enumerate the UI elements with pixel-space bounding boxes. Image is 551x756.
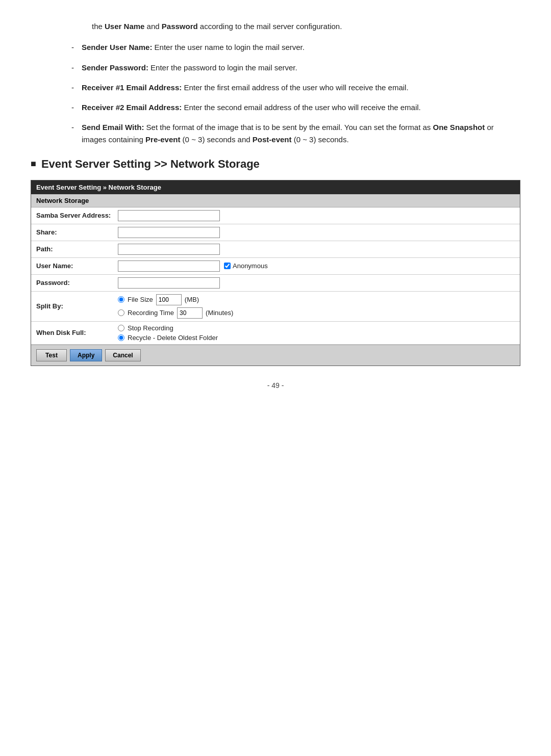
when-disk-full-content: Stop Recording Recycle - Delete Oldest F… <box>118 324 515 342</box>
page-number: - 49 - <box>31 381 520 389</box>
share-row: Share: <box>31 224 520 241</box>
split-by-label: Split By: <box>36 302 118 310</box>
file-size-row: File Size (MB) <box>118 294 233 305</box>
when-disk-full-row: When Disk Full: Stop Recording Recycle -… <box>31 322 520 345</box>
bullet-list: Sender User Name: Enter the user name to… <box>71 41 520 145</box>
path-label: Path: <box>36 245 118 253</box>
panel-section-header: Network Storage <box>31 194 520 207</box>
bullet-receiver2-email: Receiver #2 Email Address: Enter the sec… <box>71 101 520 113</box>
path-content <box>118 244 515 255</box>
share-input[interactable] <box>118 227 220 238</box>
file-size-radio[interactable] <box>118 296 124 303</box>
username-label: User Name: <box>36 262 118 270</box>
path-input[interactable] <box>118 244 220 255</box>
apply-button[interactable]: Apply <box>70 349 102 361</box>
username-content: Anonymous <box>118 260 515 272</box>
password-row: Password: <box>31 275 520 292</box>
share-label: Share: <box>36 228 118 236</box>
recording-time-radio[interactable] <box>118 309 124 316</box>
recycle-radio[interactable] <box>118 334 124 341</box>
path-row: Path: <box>31 241 520 258</box>
when-disk-full-label: When Disk Full: <box>36 329 118 336</box>
recording-time-row: Recording Time (Minutes) <box>118 307 233 319</box>
recycle-label: Recycle - Delete Oldest Folder <box>128 334 218 342</box>
username-row: User Name: Anonymous <box>31 258 520 275</box>
recording-time-unit: (Minutes) <box>206 309 233 317</box>
file-size-input[interactable] <box>156 294 182 305</box>
stop-recording-radio[interactable] <box>118 325 124 331</box>
section-heading: Event Server Setting >> Network Storage <box>31 158 520 171</box>
samba-server-input[interactable] <box>118 210 220 221</box>
split-by-content: File Size (MB) Recording Time (Minutes) <box>118 294 515 319</box>
when-disk-block: Stop Recording Recycle - Delete Oldest F… <box>118 324 218 342</box>
bullet-sender-username: Sender User Name: Enter the user name to… <box>71 41 520 53</box>
recycle-row: Recycle - Delete Oldest Folder <box>118 334 218 342</box>
stop-recording-label: Stop Recording <box>128 324 173 332</box>
recording-time-input[interactable] <box>177 307 203 319</box>
intro-paragraph: the User Name and Password according to … <box>92 20 520 32</box>
bullet-sender-password: Sender Password: Enter the password to l… <box>71 62 520 73</box>
password-content <box>118 277 515 289</box>
password-label: Password: <box>36 279 118 286</box>
panel-title-bar: Event Server Setting » Network Storage <box>31 180 520 194</box>
password-input[interactable] <box>118 277 220 289</box>
stop-recording-row: Stop Recording <box>118 324 218 332</box>
panel-footer: Test Apply Cancel <box>31 345 520 366</box>
cancel-button[interactable]: Cancel <box>105 349 140 361</box>
file-size-unit: (MB) <box>185 296 199 303</box>
samba-server-content <box>118 210 515 221</box>
bullet-receiver1-email: Receiver #1 Email Address: Enter the fir… <box>71 82 520 93</box>
share-content <box>118 227 515 238</box>
test-button[interactable]: Test <box>36 349 67 361</box>
split-by-block: File Size (MB) Recording Time (Minutes) <box>118 294 233 319</box>
anonymous-checkbox[interactable] <box>224 263 231 269</box>
samba-server-row: Samba Server Address: <box>31 207 520 224</box>
bullet-send-email-with: Send Email With: Set the format of the i… <box>71 121 520 145</box>
file-size-text: File Size <box>128 296 153 303</box>
samba-server-label: Samba Server Address: <box>36 212 118 219</box>
username-input[interactable] <box>118 260 220 272</box>
anonymous-checkbox-label[interactable]: Anonymous <box>224 262 268 270</box>
split-by-row: Split By: File Size (MB) Recording Time … <box>31 292 520 322</box>
recording-time-text: Recording Time <box>128 309 174 317</box>
settings-panel: Event Server Setting » Network Storage N… <box>31 180 520 366</box>
